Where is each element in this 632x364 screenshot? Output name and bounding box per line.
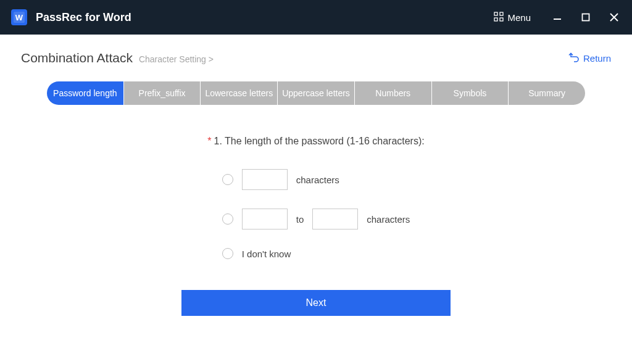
exact-length-input[interactable] xyxy=(242,169,288,190)
svg-rect-5 xyxy=(583,14,589,21)
option2-to: to xyxy=(296,214,304,225)
svg-rect-1 xyxy=(500,12,503,15)
tab-numbers[interactable]: Numbers xyxy=(355,81,432,105)
content-area: Combination Attack Character Setting > R… xyxy=(0,35,632,364)
option-dont-know: I don't know xyxy=(222,248,410,259)
tab-summary[interactable]: Summary xyxy=(509,81,585,105)
options-group: characters to characters I don't know xyxy=(222,169,410,259)
maximize-button[interactable] xyxy=(579,10,592,24)
menu-label: Menu xyxy=(507,12,531,23)
radio-exact-length[interactable] xyxy=(222,174,233,185)
option-exact-length: characters xyxy=(222,169,410,190)
return-button[interactable]: Return xyxy=(568,52,611,64)
range-max-input[interactable] xyxy=(312,209,358,230)
close-button[interactable] xyxy=(607,10,621,24)
tab-password-length[interactable]: Password length xyxy=(47,81,124,105)
menu-grid-icon xyxy=(494,12,504,23)
radio-dont-know[interactable] xyxy=(222,248,233,259)
question-label: *1. The length of the password (1-16 cha… xyxy=(207,136,424,147)
svg-rect-3 xyxy=(500,18,503,21)
option1-suffix: characters xyxy=(296,175,339,185)
breadcrumb: Combination Attack Character Setting > xyxy=(21,51,214,65)
titlebar: W PassRec for Word Menu xyxy=(0,0,632,35)
tab-symbols[interactable]: Symbols xyxy=(432,81,509,105)
range-min-input[interactable] xyxy=(242,209,288,230)
minimize-button[interactable] xyxy=(551,10,564,24)
form-area: *1. The length of the password (1-16 cha… xyxy=(21,136,611,352)
required-mark: * xyxy=(207,136,211,146)
svg-rect-0 xyxy=(494,12,497,15)
breadcrumb-main: Combination Attack xyxy=(21,51,133,65)
option-range-length: to characters xyxy=(222,209,410,230)
return-label: Return xyxy=(583,53,611,64)
app-title: PassRec for Word xyxy=(36,11,494,24)
tab-uppercase-letters[interactable]: Uppercase letters xyxy=(278,81,355,105)
svg-rect-2 xyxy=(494,18,497,21)
next-button[interactable]: Next xyxy=(181,290,451,316)
breadcrumb-sub[interactable]: Character Setting > xyxy=(139,54,214,64)
tab-prefix-suffix[interactable]: Prefix_suffix xyxy=(124,81,201,105)
return-icon xyxy=(568,52,580,64)
tabs-bar: Password length Prefix_suffix Lowercase … xyxy=(47,81,585,105)
app-icon: W xyxy=(11,9,27,25)
close-icon xyxy=(609,12,619,22)
radio-range-length[interactable] xyxy=(222,213,233,225)
word-icon: W xyxy=(14,12,25,23)
minimize-icon xyxy=(552,12,562,22)
maximize-icon xyxy=(581,13,590,22)
option3-label: I don't know xyxy=(242,249,291,259)
tab-lowercase-letters[interactable]: Lowercase letters xyxy=(201,81,278,105)
menu-button[interactable]: Menu xyxy=(494,12,531,23)
app-window: W PassRec for Word Menu xyxy=(0,0,632,364)
option2-suffix: characters xyxy=(367,214,410,225)
